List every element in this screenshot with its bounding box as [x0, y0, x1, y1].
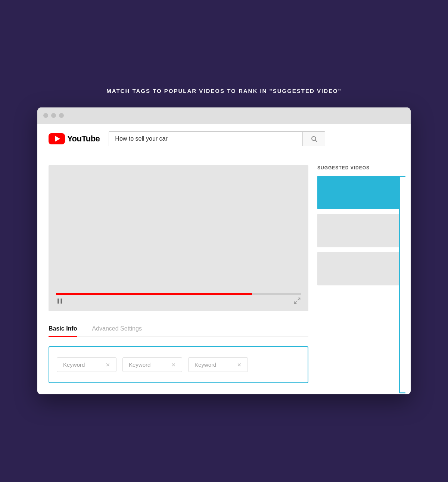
blue-bracket-connector: [399, 173, 407, 395]
suggested-thumb-2[interactable]: [317, 214, 399, 247]
youtube-logo[interactable]: YouTube: [49, 133, 100, 144]
svg-line-5: [295, 301, 297, 304]
fullscreen-icon[interactable]: [293, 297, 301, 306]
pause-icon[interactable]: [56, 297, 63, 306]
tab-advanced-settings[interactable]: Advanced Settings: [92, 322, 141, 337]
video-progress-bar: [56, 293, 301, 295]
search-icon: [311, 135, 317, 142]
suggested-videos-label: SUGGESTED VIDEOS: [317, 165, 399, 170]
tags-area: Keyword ✕ Keyword ✕ Keyword ✕: [49, 346, 308, 383]
tag-pill-2-close[interactable]: ✕: [171, 362, 176, 367]
browser-dot-red: [43, 113, 48, 118]
tag-pill-2[interactable]: Keyword ✕: [122, 357, 182, 372]
tag-pill-3[interactable]: Keyword ✕: [188, 357, 248, 372]
youtube-header: YouTube: [37, 124, 411, 154]
tab-basic-info[interactable]: Basic Info: [49, 322, 77, 337]
video-player[interactable]: [49, 165, 308, 312]
search-button[interactable]: [302, 132, 325, 146]
suggested-thumb-3[interactable]: [317, 252, 399, 285]
svg-rect-2: [57, 298, 59, 303]
video-controls: [56, 297, 301, 306]
youtube-logo-text: YouTube: [67, 134, 100, 144]
svg-line-1: [315, 140, 317, 142]
browser-titlebar: [37, 107, 411, 124]
tag-pill-3-text: Keyword: [195, 362, 233, 368]
tag-pill-2-text: Keyword: [129, 362, 168, 368]
svg-line-4: [298, 298, 300, 300]
svg-rect-3: [61, 298, 62, 303]
tag-pill-3-close[interactable]: ✕: [237, 362, 242, 367]
right-sidebar-wrapper: SUGGESTED VIDEOS: [317, 165, 399, 384]
left-column: Basic Info Advanced Settings Keyword ✕ K…: [49, 165, 308, 384]
browser-dot-green: [59, 113, 64, 118]
suggested-videos-sidebar: SUGGESTED VIDEOS: [317, 165, 399, 285]
tag-pill-1[interactable]: Keyword ✕: [57, 357, 116, 372]
browser-dot-yellow: [51, 113, 56, 118]
video-progress-fill: [56, 293, 252, 295]
suggested-thumb-1[interactable]: [317, 176, 399, 209]
browser-content: YouTube: [37, 124, 411, 395]
search-input[interactable]: [109, 132, 302, 146]
main-content: Basic Info Advanced Settings Keyword ✕ K…: [37, 154, 411, 395]
tag-pill-1-close[interactable]: ✕: [106, 362, 110, 367]
page-headline: MATCH TAGS TO POPULAR VIDEOS TO RANK IN …: [106, 88, 342, 94]
youtube-logo-icon: [49, 133, 65, 144]
search-bar: [109, 131, 325, 146]
svg-point-0: [312, 137, 316, 141]
tag-pill-1-text: Keyword: [63, 362, 102, 368]
video-tabs: Basic Info Advanced Settings: [49, 322, 308, 337]
browser-window: YouTube: [37, 107, 411, 395]
